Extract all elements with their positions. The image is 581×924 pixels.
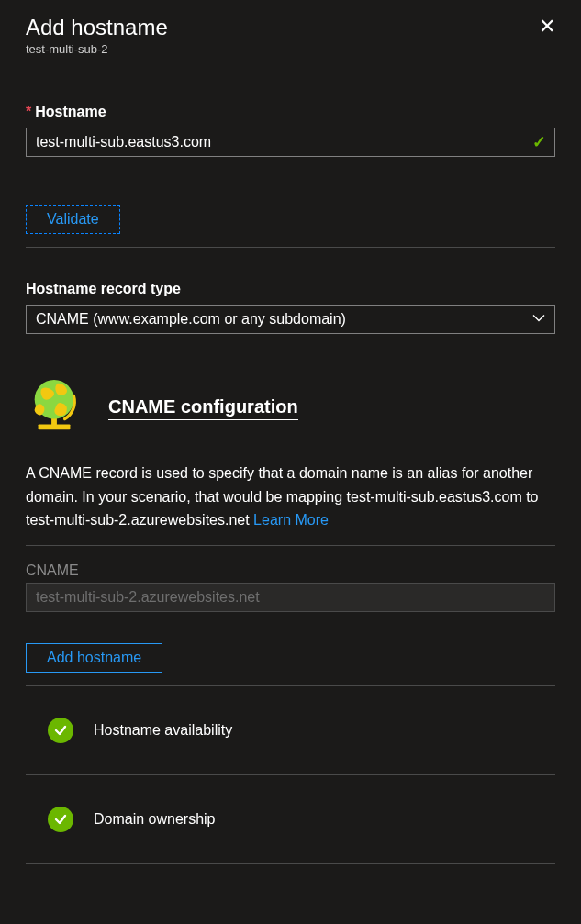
chevron-down-icon: [531, 311, 546, 328]
status-row-ownership: Domain ownership: [26, 775, 555, 863]
status-text-availability: Hostname availability: [94, 722, 232, 739]
panel-subtitle: test-multi-sub-2: [26, 42, 168, 56]
record-type-selected: CNAME (www.example.com or any subdomain): [36, 311, 346, 328]
status-row-availability: Hostname availability: [26, 686, 555, 774]
config-title: CNAME configuration: [108, 396, 298, 420]
learn-more-link[interactable]: Learn More: [253, 512, 329, 528]
required-asterisk: *: [26, 104, 31, 119]
close-icon[interactable]: ✕: [539, 15, 555, 37]
globe-icon: [26, 376, 83, 440]
divider: [26, 247, 555, 248]
hostname-input[interactable]: [26, 128, 555, 157]
record-type-select[interactable]: CNAME (www.example.com or any subdomain): [26, 305, 555, 334]
panel-title: Add hostname: [26, 15, 168, 40]
divider: [26, 545, 555, 546]
status-text-ownership: Domain ownership: [94, 811, 216, 828]
hostname-label: *Hostname: [26, 104, 555, 120]
cname-label: CNAME: [26, 562, 555, 579]
checkmark-icon: ✓: [532, 132, 546, 152]
success-icon: [48, 718, 73, 743]
success-icon: [48, 807, 73, 832]
record-type-label: Hostname record type: [26, 281, 555, 297]
add-hostname-button[interactable]: Add hostname: [26, 643, 162, 673]
validate-button[interactable]: Validate: [26, 205, 120, 234]
cname-input: [26, 583, 555, 612]
divider: [26, 863, 555, 864]
config-description: A CNAME record is used to specify that a…: [26, 462, 555, 532]
